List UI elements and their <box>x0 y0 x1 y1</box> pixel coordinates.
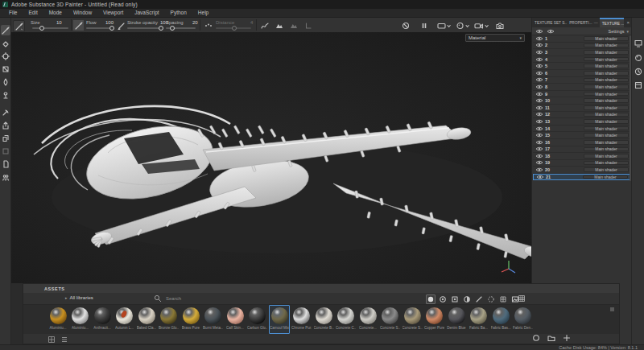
layer-row[interactable]: 11 Main shader <box>533 105 630 112</box>
flow-slider[interactable] <box>86 27 113 29</box>
layer-row[interactable]: 3 Main shader <box>533 49 630 56</box>
layer-shader-dropdown[interactable]: Main shader <box>584 133 629 138</box>
layer-row[interactable]: 16 Main shader <box>533 139 630 146</box>
menu-javascript[interactable]: JavaScript <box>129 9 164 17</box>
polygon-fill-tool[interactable] <box>1 64 10 74</box>
material-thumbnail[interactable]: Copper Pure <box>424 305 445 334</box>
menu-edit[interactable]: Edit <box>23 9 43 17</box>
display-settings-icon[interactable] <box>634 39 642 47</box>
thumbnail-view-icon[interactable] <box>47 336 56 344</box>
layer-row[interactable]: 8 Main shader <box>533 84 630 91</box>
layer-shader-dropdown[interactable]: Main shader <box>584 50 629 55</box>
document-tool[interactable] <box>1 159 10 169</box>
smudge-tool[interactable] <box>1 76 10 87</box>
tab-texture-set-settings[interactable]: TEXTURE SET S... <box>532 18 567 27</box>
clone-tool[interactable] <box>1 89 10 100</box>
screenshot-button[interactable] <box>494 20 505 31</box>
menu-viewport[interactable]: Viewport <box>97 9 129 17</box>
menu-window[interactable]: Window <box>68 9 97 17</box>
smart-materials-filter-icon[interactable] <box>438 294 448 304</box>
menu-python[interactable]: Python <box>165 9 192 17</box>
material-thumbnail[interactable]: Aluminiu... <box>70 305 91 334</box>
layer-row[interactable]: 7 Main shader <box>533 77 630 84</box>
grid-view-icon[interactable] <box>518 294 526 303</box>
material-thumbnail[interactable]: Denim Blue <box>446 305 467 334</box>
material-thumbnail[interactable]: Calf Skin... <box>225 305 246 334</box>
layer-row[interactable]: 14 Main shader <box>533 126 630 133</box>
shading-mode-dropdown[interactable]: Material ▾ <box>465 34 525 42</box>
solo-filter-icon[interactable] <box>547 27 555 35</box>
layer-shader-dropdown[interactable]: Main shader <box>584 98 629 103</box>
layer-row[interactable]: 4 Main shader <box>533 56 630 64</box>
community-tool[interactable] <box>1 171 10 182</box>
tab-texture[interactable]: TEXTURE ... <box>600 18 625 27</box>
paint-tool[interactable] <box>1 25 10 35</box>
symmetry-toggle-icon[interactable] <box>400 20 411 31</box>
list-view-icon[interactable] <box>60 336 68 344</box>
layer-row[interactable]: 10 Main shader <box>533 97 630 105</box>
material-thumbnail[interactable]: Fabric Bas... <box>490 305 511 334</box>
shader-settings-icon[interactable] <box>634 53 642 62</box>
layer-row[interactable]: 12 Main shader <box>533 112 630 119</box>
layer-shader-dropdown[interactable]: Main shader <box>584 105 629 110</box>
material-thumbnail[interactable]: Aluminiu... <box>47 305 68 334</box>
projection-tool[interactable] <box>1 51 10 61</box>
layer-row[interactable]: 2 Main shader <box>533 43 630 50</box>
layer-shader-dropdown[interactable]: Main shader <box>584 36 629 41</box>
physical-brush-button[interactable] <box>116 20 126 31</box>
spacing-slider[interactable] <box>166 27 196 29</box>
layer-row[interactable]: 17 Main shader <box>533 146 630 154</box>
layer-shader-dropdown[interactable]: Main shader <box>584 161 629 166</box>
asset-search[interactable] <box>154 294 275 303</box>
pause-engine-button[interactable] <box>419 20 429 31</box>
open-folder-icon[interactable] <box>547 334 555 342</box>
library-dropdown[interactable]: ▸ All libraries <box>65 295 93 300</box>
material-thumbnail[interactable]: Anthracit... <box>92 305 113 334</box>
export-textures-tool[interactable] <box>1 120 10 130</box>
material-thumbnail[interactable]: Camouf Mix <box>269 305 290 334</box>
layer-row[interactable]: 20 Main shader <box>533 167 630 174</box>
layer-row[interactable]: 18 Main shader <box>533 153 630 160</box>
layer-row[interactable]: 19 Main shader <box>533 160 630 167</box>
layer-row[interactable]: 13 Main shader <box>533 118 630 126</box>
material-thumbnail[interactable]: Fabric Ba... <box>469 305 489 334</box>
layer-shader-dropdown[interactable]: Main shader <box>584 154 629 159</box>
layer-row[interactable]: 21 Main shader <box>533 174 630 181</box>
material-thumbnail[interactable]: Autumn L... <box>114 305 135 334</box>
layer-row[interactable]: 15 Main shader <box>533 132 630 139</box>
material-thumbnail[interactable]: Concrete B... <box>313 305 334 334</box>
layer-row[interactable]: 6 Main shader <box>533 70 630 77</box>
brush-preset-button[interactable] <box>13 20 25 32</box>
layer-shader-dropdown[interactable]: Main shader <box>584 92 629 97</box>
history-icon[interactable] <box>634 67 642 76</box>
material-thumbnail[interactable]: Brass Pure <box>180 305 201 334</box>
layer-shader-dropdown[interactable]: Main shader <box>584 126 629 131</box>
update-resources-icon[interactable] <box>532 334 540 342</box>
layer-shader-dropdown[interactable]: Main shader <box>584 147 629 152</box>
filters-filter-icon[interactable] <box>462 294 472 304</box>
layer-shader-dropdown[interactable]: Main shader <box>584 119 629 124</box>
alphas-filter-icon[interactable] <box>486 294 496 304</box>
material-picker-tool[interactable] <box>1 107 10 117</box>
paint-mode-button[interactable] <box>73 20 84 31</box>
layer-row[interactable]: 1 Main shader <box>533 35 630 43</box>
layer-row[interactable]: 5 Main shader <box>533 63 630 70</box>
material-thumbnail[interactable]: Chrome Pur... <box>291 305 312 334</box>
material-thumbnail[interactable]: Burnt Meta... <box>203 305 224 334</box>
layer-shader-dropdown[interactable]: Main shader <box>584 78 629 83</box>
material-thumbnail[interactable]: Concrete S... <box>380 305 401 334</box>
layer-shader-dropdown[interactable]: Main shader <box>584 57 629 62</box>
layer-shader-dropdown[interactable]: Main shader <box>584 43 629 48</box>
layer-shader-dropdown[interactable]: Main shader <box>583 175 628 179</box>
menu-file[interactable]: File <box>3 9 23 17</box>
axis-gizmo-icon[interactable] <box>502 261 515 273</box>
lazy-mouse-icon[interactable] <box>203 20 213 31</box>
height-mode-icon[interactable] <box>274 20 284 31</box>
layer-shader-dropdown[interactable]: Main shader <box>584 140 629 145</box>
layer-shader-dropdown[interactable]: Main shader <box>584 64 629 68</box>
material-thumbnail[interactable]: Concrete S... <box>402 305 423 334</box>
brushes-filter-icon[interactable] <box>474 294 484 304</box>
material-preview-button[interactable] <box>455 20 469 31</box>
layer-row[interactable]: 9 Main shader <box>533 91 630 98</box>
menu-help[interactable]: Help <box>192 9 214 17</box>
